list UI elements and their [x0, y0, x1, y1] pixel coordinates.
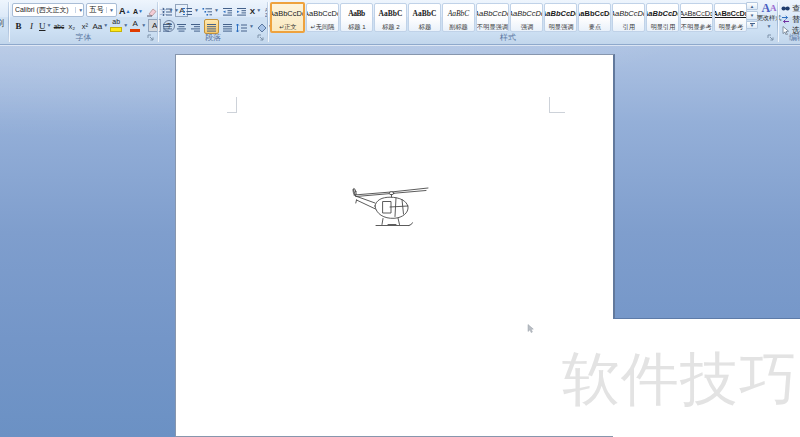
strikethrough-button[interactable]: abc [53, 19, 64, 32]
group-separator [777, 2, 778, 42]
text-highlight-button[interactable]: ab ▼ [110, 19, 128, 32]
group-separator [8, 2, 9, 42]
helicopter-clipart[interactable] [352, 182, 430, 230]
change-case-button[interactable]: Aa▼ [92, 19, 108, 32]
style-card-intense-reference[interactable]: AaBbCcDd明显参考 [714, 3, 747, 32]
style-card-title[interactable]: AaBbC标题 [408, 3, 441, 32]
highlighter-icon: ab [110, 18, 122, 32]
decrease-indent-icon [222, 7, 233, 17]
styles-group: AaBbCcDd↵正文 AaBbCcDd↵无间隔 AaBb标题 1 AaBbC标… [269, 0, 777, 43]
numbering-button[interactable]: ▼ [182, 4, 199, 17]
style-card-subtle-reference[interactable]: AaBbCcDd不明显参考 [680, 3, 713, 32]
bullets-button[interactable]: ▼ [162, 4, 179, 17]
style-card-intense-quote[interactable]: AaBbCcDd明显引用 [646, 3, 679, 32]
margin-crop-mark [549, 97, 550, 112]
find-button[interactable]: 查找 [781, 3, 800, 14]
style-card-normal[interactable]: AaBbCcDd↵正文 [270, 2, 305, 33]
clipboard-group-fragment: 刷 [0, 17, 4, 30]
margin-crop-mark [236, 97, 237, 112]
grow-font-button[interactable]: A▲ [119, 4, 130, 17]
paragraph-group-label: 段落 [159, 32, 267, 43]
paragraph-group: ▼ ▼ ▼ X▼ AZ ¶ [159, 0, 267, 43]
font-dialog-launcher[interactable] [147, 34, 154, 41]
mouse-cursor [527, 324, 535, 334]
paragraph-dialog-launcher[interactable] [257, 34, 264, 41]
replace-icon [781, 15, 790, 24]
editing-group: 查找 替换 选择 编辑 [779, 0, 800, 43]
increase-indent-button[interactable] [236, 4, 247, 17]
bold-button[interactable]: B [13, 19, 24, 32]
style-card-emphasis[interactable]: AaBbCcDd强调 [510, 3, 543, 32]
style-card-subtitle[interactable]: AaBbC副标题 [442, 3, 475, 32]
style-card-quote[interactable]: AaBbCcDd引用 [612, 3, 645, 32]
editing-group-label: 编辑 [779, 32, 800, 43]
group-separator [267, 2, 268, 42]
word-window: 刷 Calibri (西文正文) ▼ 五号 ▼ A▲ A▼ 文▼ [0, 0, 800, 437]
change-styles-icon: AA [761, 2, 776, 14]
subscript-button[interactable]: x₂ [66, 19, 77, 32]
gallery-up-button[interactable]: ▲ [746, 2, 758, 10]
styles-dialog-launcher[interactable] [767, 34, 774, 41]
increase-indent-icon [236, 7, 247, 17]
font-group: Calibri (西文正文) ▼ 五号 ▼ A▲ A▼ 文▼ A [10, 0, 157, 43]
document-page[interactable] [175, 54, 615, 437]
bullets-icon [162, 7, 173, 17]
italic-button[interactable]: I [26, 19, 37, 32]
clear-formatting-button[interactable] [145, 4, 157, 17]
asian-layout-button[interactable]: X▼ [250, 4, 261, 17]
style-card-heading1[interactable]: AaBb标题 1 [340, 3, 373, 32]
styles-group-label: 样式 [269, 32, 747, 43]
font-name-combo[interactable]: Calibri (西文正文) ▼ [12, 3, 84, 17]
font-name-value: Calibri (西文正文) [15, 5, 69, 14]
font-color-button[interactable]: A ▼ [130, 19, 146, 32]
font-color-icon: A [130, 20, 140, 32]
font-size-value: 五号 [89, 5, 104, 15]
ribbon-home-tab-strip: 刷 Calibri (西文正文) ▼ 五号 ▼ A▲ A▼ 文▼ [0, 0, 800, 45]
margin-crop-mark [549, 112, 565, 113]
group-separator [157, 2, 158, 42]
numbering-icon [182, 7, 193, 17]
style-card-subtle-emphasis[interactable]: AaBbCcDd不明显强调 [476, 3, 509, 32]
underline-button[interactable]: U▼ [39, 19, 51, 32]
font-size-combo[interactable]: 五号 ▼ [86, 3, 117, 17]
style-card-no-spacing[interactable]: AaBbCcDd↵无间隔 [306, 3, 339, 32]
superscript-button[interactable]: x² [79, 19, 90, 32]
eraser-icon [145, 7, 157, 17]
change-styles-button[interactable]: AA 更改样式 ▼ [759, 2, 779, 31]
chevron-down-icon: ▼ [767, 23, 772, 29]
multilevel-list-icon [202, 7, 213, 17]
style-card-strong[interactable]: AaBbCcDd要点 [578, 3, 611, 32]
margin-crop-mark [227, 112, 237, 113]
multilevel-list-button[interactable]: ▼ [202, 4, 219, 17]
font-group-label: 字体 [10, 32, 157, 43]
shrink-font-button[interactable]: A▼ [132, 4, 143, 17]
watermark-text: 软件技巧 [562, 341, 798, 419]
chevron-down-icon[interactable]: ▼ [106, 7, 114, 13]
replace-button[interactable]: 替换 [781, 14, 800, 25]
style-card-intense-emphasis[interactable]: AaBbCcDd明显强调 [544, 3, 577, 32]
style-card-heading2[interactable]: AaBbC标题 2 [374, 3, 407, 32]
find-icon [781, 4, 790, 13]
decrease-indent-button[interactable] [222, 4, 233, 17]
chevron-down-icon[interactable]: ▼ [75, 7, 83, 13]
